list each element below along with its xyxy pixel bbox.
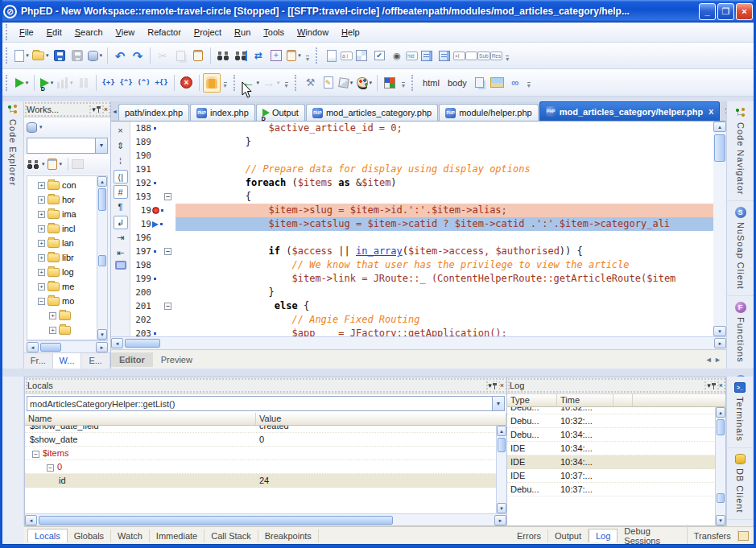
code-gutter[interactable]: 198 [130, 258, 176, 272]
scroll-thumb[interactable] [98, 255, 106, 266]
log-row[interactable]: IDE10:34:... [507, 442, 725, 455]
toolbar-overflow-icon[interactable]: ▾ [224, 82, 227, 89]
palette-button[interactable]: ▾ [355, 73, 374, 93]
pause-button[interactable] [75, 73, 93, 93]
frame-button[interactable]: + [267, 46, 285, 65]
profiler-button[interactable]: ▾ [56, 73, 75, 93]
workspace-clipboard-dropdown-icon[interactable]: ▾ [60, 161, 63, 167]
code-line-202[interactable]: 202 // Angie Fixed Routing [130, 313, 713, 327]
log-row[interactable]: IDE10:34:... [507, 455, 725, 469]
workspace-filter-combobox[interactable]: ▼ [27, 138, 108, 154]
code-line-203[interactable]: 203 $app = JFactory::getApplication(); [130, 327, 713, 336]
code-line-195[interactable]: 19 $item->catslug = $item->catid ? $item… [130, 217, 713, 231]
dropdown-arrow-icon[interactable]: ▾ [350, 80, 353, 86]
menu-run[interactable]: Run [228, 25, 257, 39]
menu-file[interactable]: File [13, 25, 40, 39]
body-tag-button[interactable]: body [448, 78, 467, 88]
run-icon[interactable] [15, 78, 24, 88]
code-line-190[interactable]: 190 [130, 149, 713, 163]
tab-nusoap-client[interactable]: SNuSoap Client [727, 201, 754, 296]
menu-tools[interactable]: Tools [257, 25, 291, 39]
tree-item[interactable]: +hor [27, 192, 107, 207]
new-file-button[interactable]: ▾ [13, 46, 31, 65]
button-field-icon[interactable] [465, 52, 477, 60]
dropdown-arrow-icon[interactable]: ▾ [51, 80, 54, 86]
code-gutter[interactable]: 201− [130, 299, 176, 313]
file-tab[interactable]: PHPindex.php [190, 104, 255, 121]
tab-transfers[interactable]: Transfers [688, 529, 738, 542]
menu-window[interactable]: Window [291, 25, 335, 39]
code-editor[interactable]: 188 $active_article_id = 0;189 }190191 /… [130, 122, 713, 336]
locals-row[interactable]: $show_date0 [25, 433, 506, 447]
file-tab[interactable]: PHPmod_articles_category/helper.phpX [539, 101, 721, 121]
tree-expand-icon[interactable]: + [38, 182, 45, 189]
scroll-down-icon[interactable]: ▼ [713, 326, 726, 336]
subtab-scroll-icons[interactable]: ◄ ► [705, 356, 726, 364]
toolbar-overflow-icon[interactable]: ▾ [285, 82, 288, 89]
file-tab[interactable]: Output [256, 104, 305, 121]
run-debug-button[interactable]: ▾ [38, 73, 56, 93]
db-export-button[interactable]: ▾ [86, 46, 105, 65]
tree-item[interactable]: +incl [27, 221, 107, 236]
db-export-icon[interactable] [88, 51, 98, 61]
redo-button[interactable]: ↷ [129, 46, 147, 65]
toolbar-overflow-icon[interactable]: ▾ [306, 56, 309, 63]
tree-expand-icon[interactable]: + [38, 211, 45, 218]
save-button[interactable] [51, 46, 68, 65]
column-extra[interactable] [613, 394, 633, 406]
column-time[interactable]: Time [557, 394, 613, 406]
code-gutter[interactable]: 193− [130, 190, 176, 204]
dropdown-arrow-icon[interactable]: ▾ [370, 80, 373, 86]
column-value[interactable]: Value [256, 413, 506, 425]
paste-button[interactable] [189, 46, 207, 65]
wrench-button[interactable]: ⚒ [302, 73, 320, 93]
scroll-thumb[interactable] [717, 493, 725, 503]
editor-indent2-icon[interactable]: ⇤ [114, 246, 128, 260]
replace-button[interactable]: ⇄ [250, 46, 267, 65]
code-gutter[interactable]: 189 [130, 135, 176, 149]
column-name[interactable]: Name [25, 413, 256, 425]
tree-item[interactable]: +con [27, 178, 107, 192]
tab-functions[interactable]: FFunctions [727, 296, 754, 369]
radio-button[interactable]: ◉ [388, 46, 406, 65]
scroll-thumb[interactable] [714, 134, 725, 162]
tab-preview[interactable]: Preview [153, 352, 200, 367]
breakpoint-icon[interactable] [152, 207, 159, 214]
tree-item[interactable]: −mo [27, 294, 107, 308]
step-over-icon[interactable]: {^} [119, 76, 132, 89]
combo-field-icon[interactable] [439, 51, 450, 61]
workspace-find-dropdown-icon[interactable]: ▾ [42, 161, 45, 167]
workspace-tab-E[interactable]: E... [81, 353, 110, 369]
locals-row[interactable]: −$items [25, 447, 506, 460]
scroll-right-icon[interactable]: ► [714, 338, 726, 348]
code-line-199[interactable]: 199 $item->link = JRoute::_ (ContentHelp… [130, 272, 713, 286]
listbox-button[interactable] [418, 46, 436, 65]
menu-help[interactable]: Help [335, 25, 366, 39]
clipboard-dd-button[interactable]: ▾ [285, 46, 303, 65]
menu-edit[interactable]: Edit [40, 25, 68, 39]
workspace-db-dropdown-icon[interactable]: ▾ [39, 124, 43, 130]
submit-button-icon[interactable]: Sub [477, 52, 490, 60]
code-gutter[interactable]: 19 [130, 204, 176, 217]
undo-icon[interactable]: ↶ [115, 50, 126, 62]
code-line-193[interactable]: 193− { [130, 190, 713, 204]
workspace-find-icon[interactable] [27, 159, 39, 170]
scroll-thumb[interactable] [717, 419, 725, 435]
open-folder-button[interactable]: ▾ [31, 46, 51, 65]
code-line-191[interactable]: 191 // Prepare data for display using di… [130, 163, 713, 176]
log-row[interactable]: Debu...10:37:... [507, 483, 725, 496]
editor-split-icon[interactable]: ⇕ [114, 139, 128, 153]
editor-vscrollbar[interactable]: ▲ ▼ [713, 122, 726, 336]
colors-icon[interactable] [384, 77, 395, 89]
code-gutter[interactable]: 191 [130, 163, 176, 176]
scroll-up-icon[interactable]: ▲ [497, 426, 506, 436]
scroll-thumb[interactable] [125, 339, 160, 348]
run-button[interactable]: ▾ [13, 73, 31, 93]
dropdown-arrow-icon[interactable]: ▾ [277, 80, 280, 86]
dropdown-arrow-icon[interactable]: ▾ [257, 80, 260, 86]
code-line-201[interactable]: 201− else { [130, 299, 713, 313]
editor-margin-icon[interactable]: ⟨| [114, 170, 128, 183]
code-gutter[interactable]: 200 [130, 286, 176, 299]
open-folder-icon[interactable] [32, 52, 44, 60]
log-pin-icon[interactable] [711, 382, 717, 389]
